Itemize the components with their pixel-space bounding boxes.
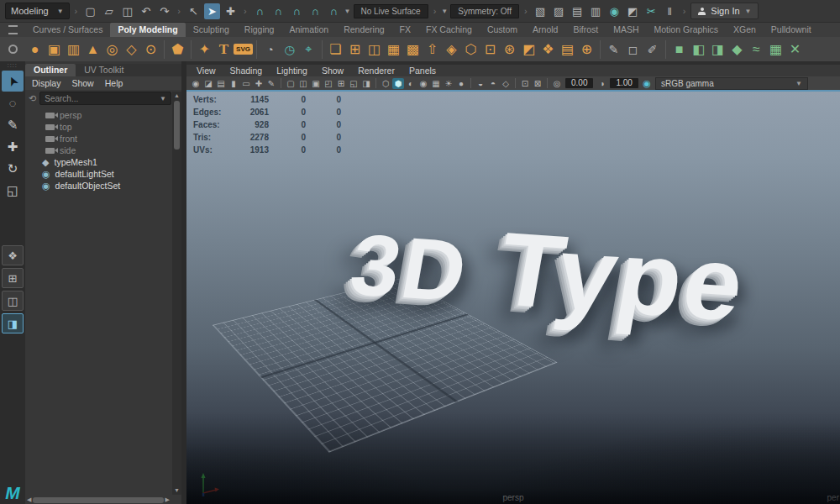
layout-four-icon[interactable]: ⊞ <box>335 78 347 89</box>
edit-handles-icon[interactable]: ◻ <box>623 39 643 60</box>
textured-mode-icon[interactable]: ◐ <box>405 78 417 89</box>
select-component-button[interactable]: ✚ <box>223 3 239 19</box>
pan-zoom-icon[interactable]: ✚ <box>253 78 265 89</box>
outliner-menu-show[interactable]: Show <box>71 78 93 88</box>
render-settings-button[interactable]: ▤ <box>570 3 585 19</box>
shelf-menu-button[interactable] <box>0 23 25 37</box>
viewport-canvas[interactable]: 3D Type Verts:114500 Edges:206100 Faces:… <box>186 90 840 504</box>
search-input[interactable]: Search... ▼ <box>39 92 171 105</box>
lattice-icon[interactable]: ▤ <box>558 39 577 60</box>
viewport-menu-shading[interactable]: Shading <box>230 66 263 76</box>
snap-curve-button[interactable]: ∩ <box>270 3 286 19</box>
layout-box-icon[interactable]: ▣ <box>310 78 322 89</box>
texture-bake-button[interactable]: ◉ <box>606 3 622 19</box>
mash-curve-icon[interactable]: ◧ <box>689 39 708 60</box>
scroll-left-icon[interactable]: ◀ <box>27 496 31 503</box>
poly-disc-icon[interactable]: ⊙ <box>141 39 160 60</box>
ipr-render-button[interactable]: ▨ <box>551 3 567 19</box>
select-camera-icon[interactable]: ◉ <box>190 78 202 89</box>
scroll-down-icon[interactable]: ▼ <box>174 486 180 495</box>
outliner-menu-help[interactable]: Help <box>105 78 123 88</box>
paint-select-tool-button[interactable]: ✎ <box>2 114 24 135</box>
sync-selection-icon[interactable]: ⟲ <box>29 93 36 104</box>
shadows-icon[interactable]: ● <box>455 78 467 89</box>
outliner-vertical-scrollbar[interactable]: ▲ ▼ <box>172 92 181 495</box>
grease-pencil-icon[interactable]: ✎ <box>265 78 277 89</box>
wireframe-icon[interactable]: ⬡ <box>380 78 391 89</box>
redo-button[interactable]: ↷ <box>156 3 172 19</box>
shelf-tab-motion-graphics[interactable]: Motion Graphics <box>647 23 726 37</box>
layout-single-icon[interactable]: ▢ <box>285 78 297 89</box>
mash-breakout-icon[interactable]: ✕ <box>785 39 805 60</box>
list-item-defaultlightset[interactable]: ◉defaultLightSet <box>25 168 181 180</box>
wireframe-on-shaded-icon[interactable]: ▦ <box>430 78 442 89</box>
chevron-down-icon[interactable]: ▼ <box>344 8 351 15</box>
image-plane-icon[interactable]: ▭ <box>240 78 252 89</box>
quad-draw-icon[interactable]: ✐ <box>643 39 662 60</box>
smooth-icon[interactable]: ⬡ <box>461 39 480 60</box>
shelf-tab-sculpting[interactable]: Sculpting <box>186 23 237 37</box>
scroll-up-icon[interactable]: ▲ <box>174 92 180 100</box>
poly-cube-icon[interactable]: ▣ <box>45 39 64 60</box>
svg-tool-icon[interactable]: SVG <box>234 39 253 60</box>
depth-of-field-icon[interactable]: ◇ <box>500 78 512 89</box>
spherize-icon[interactable]: ⊕ <box>577 39 596 60</box>
shelf-tab-curves-surfaces[interactable]: Curves / Surfaces <box>25 23 110 37</box>
type-tool-icon[interactable]: T <box>214 39 234 60</box>
shelf-tab-xgen[interactable]: XGen <box>726 23 764 37</box>
bevel-icon[interactable]: ◈ <box>442 39 461 60</box>
snap-point-button[interactable]: ∩ <box>289 3 305 19</box>
extrude-icon[interactable]: ⇧ <box>423 39 442 60</box>
scale-tool-button[interactable]: ◱ <box>2 180 24 201</box>
mash-trails-icon[interactable]: ≈ <box>747 39 766 60</box>
live-surface-field[interactable]: No Live Surface <box>354 4 428 18</box>
sweep-mesh-icon[interactable]: ✦ <box>195 39 214 60</box>
motion-blur-icon[interactable]: ◓ <box>487 78 499 89</box>
color-space-dropdown[interactable]: sRGB gamma ▼ <box>655 77 808 90</box>
time-editor-icon[interactable]: ◷ <box>280 39 299 60</box>
layout-single-pane-button[interactable]: ❖ <box>2 245 24 265</box>
list-item-defaultobjectset[interactable]: ◉defaultObjectSet <box>25 180 181 192</box>
layout-four-pane-button[interactable]: ⊞ <box>2 268 24 288</box>
grip-handle[interactable]: ∷∷ <box>8 65 18 68</box>
shelf-tab-animation[interactable]: Animation <box>281 23 336 37</box>
open-scene-button[interactable]: ▱ <box>101 3 117 19</box>
undo-button[interactable]: ↶ <box>138 3 154 19</box>
shelf-tab-mash[interactable]: MASH <box>606 23 646 37</box>
shelf-tab-pulldownit[interactable]: Pulldownit <box>764 23 819 37</box>
symmetry-field[interactable]: Symmetry: Off <box>450 4 519 18</box>
render-sequence-button[interactable]: ▥ <box>588 3 604 19</box>
tab-uv-toolkit[interactable]: UV Toolkit <box>76 64 132 76</box>
mash-distribute-icon[interactable]: ■ <box>669 39 689 60</box>
target-weld-icon[interactable]: ⊡ <box>480 39 500 60</box>
poly-torus-icon[interactable]: ◎ <box>102 39 122 60</box>
poly-sphere-icon[interactable]: ● <box>25 39 45 60</box>
lasso-tool-button[interactable]: ◌ <box>2 92 24 113</box>
shelf-selector-button[interactable] <box>0 45 25 54</box>
shelf-tab-custom[interactable]: Custom <box>480 23 525 37</box>
snap-projected-button[interactable]: ∩ <box>307 3 323 19</box>
lock-camera-icon[interactable]: ◪ <box>202 78 214 89</box>
gamma-icon[interactable]: ◑ <box>596 78 607 89</box>
shelf-tab-bifrost[interactable]: Bifrost <box>565 23 606 37</box>
platonic-solid-icon[interactable]: ⬟ <box>168 39 187 60</box>
bookmarks-icon[interactable]: ▮ <box>228 78 239 89</box>
viewport-menu-renderer[interactable]: Renderer <box>358 66 395 76</box>
poly-plane-icon[interactable]: ◇ <box>122 39 141 60</box>
layout-split-v-icon[interactable]: ◨ <box>360 78 372 89</box>
light-editor-button[interactable]: ◩ <box>625 3 641 19</box>
menuset-dropdown[interactable]: Modeling ▼ <box>5 3 70 19</box>
sign-in-button[interactable]: Sign In ▼ <box>690 3 759 19</box>
viewport-menu-show[interactable]: Show <box>322 66 344 76</box>
flip-icon[interactable]: ◩ <box>519 39 538 60</box>
materials-icon[interactable]: ◉ <box>417 78 429 89</box>
shelf-tab-arnold[interactable]: Arnold <box>525 23 565 37</box>
move-tool-button[interactable]: ✚ <box>2 136 24 157</box>
exposure-icon[interactable]: ◎ <box>551 78 563 89</box>
list-item-persp[interactable]: persp <box>25 109 181 121</box>
shelf-tab-rigging[interactable]: Rigging <box>237 23 282 37</box>
viewport-menu-view[interactable]: View <box>197 66 216 76</box>
viewport-menu-lighting[interactable]: Lighting <box>276 66 307 76</box>
list-item-front[interactable]: front <box>25 133 181 144</box>
lights-icon[interactable]: ☀ <box>443 78 454 89</box>
